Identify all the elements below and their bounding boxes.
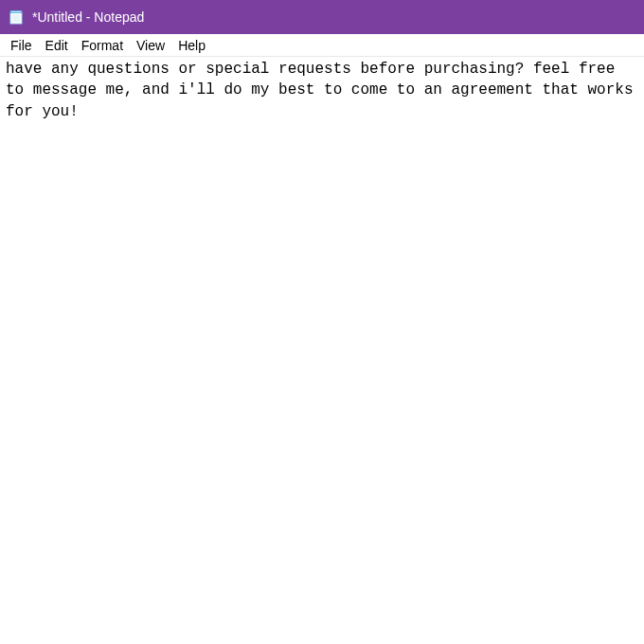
svg-point-4 <box>15 11 16 12</box>
svg-point-3 <box>13 11 14 12</box>
svg-point-5 <box>17 11 18 12</box>
menubar: File Edit Format View Help <box>0 34 644 57</box>
text-editor[interactable] <box>0 57 644 644</box>
notepad-icon <box>8 9 25 26</box>
menu-help[interactable]: Help <box>171 36 212 55</box>
window-title: *Untitled - Notepad <box>32 9 144 25</box>
menu-view[interactable]: View <box>130 36 171 55</box>
svg-rect-0 <box>10 12 22 24</box>
menu-format[interactable]: Format <box>75 36 130 55</box>
menu-edit[interactable]: Edit <box>39 36 75 55</box>
svg-point-2 <box>11 11 12 12</box>
svg-point-6 <box>19 11 20 12</box>
titlebar[interactable]: *Untitled - Notepad <box>0 0 644 34</box>
menu-file[interactable]: File <box>4 36 39 55</box>
